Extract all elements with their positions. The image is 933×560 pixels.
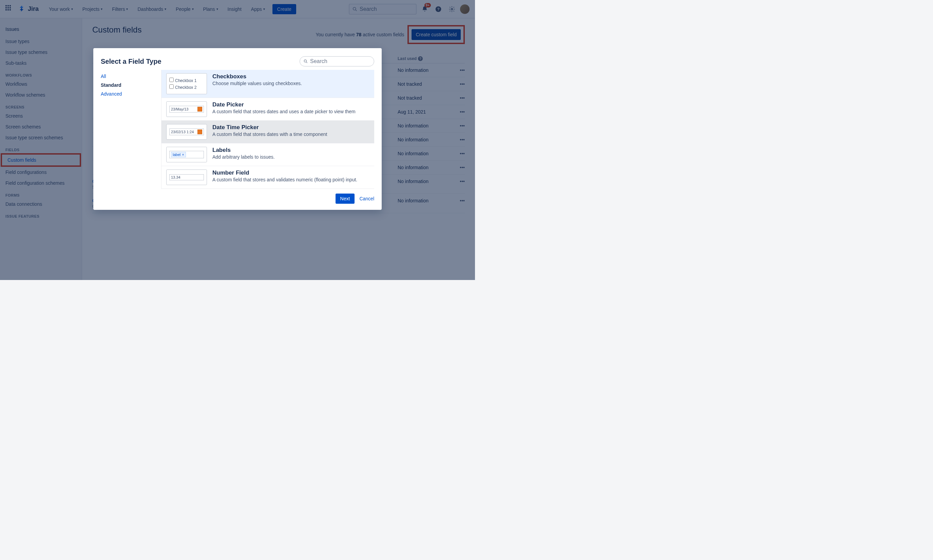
- svg-line-6: [306, 62, 307, 63]
- field-type-name: Date Picker: [212, 102, 356, 108]
- checkbox-icon: [169, 85, 174, 89]
- cancel-button[interactable]: Cancel: [359, 194, 374, 204]
- search-icon: [303, 59, 308, 64]
- tab-standard[interactable]: Standard: [101, 81, 155, 89]
- field-type-list: Checkbox 1Checkbox 2CheckboxesChoose mul…: [161, 70, 374, 189]
- field-type-option[interactable]: 13.34Number FieldA custom field that sto…: [162, 166, 374, 189]
- field-type-preview: Checkbox 1Checkbox 2: [166, 73, 207, 94]
- field-type-preview: 23/May/13: [166, 102, 207, 117]
- tab-advanced[interactable]: Advanced: [101, 89, 155, 98]
- field-type-option[interactable]: 23/02/13 1:24Date Time PickerA custom fi…: [162, 121, 374, 143]
- svg-point-5: [304, 60, 306, 62]
- field-type-desc: A custom field that stores and validates…: [212, 177, 357, 182]
- field-type-desc: Add arbitrary labels to issues.: [212, 154, 275, 160]
- checkbox-icon: [169, 78, 174, 82]
- field-type-name: Labels: [212, 147, 275, 154]
- modal-tabs: All Standard Advanced: [101, 70, 155, 189]
- modal-title: Select a Field Type: [101, 58, 162, 65]
- field-type-desc: A custom field that stores dates and use…: [212, 109, 356, 114]
- field-type-preview: 23/02/13 1:24: [166, 124, 207, 140]
- field-type-desc: A custom field that stores dates with a …: [212, 132, 327, 137]
- field-type-modal: Select a Field Type Search All Standard …: [93, 48, 382, 210]
- modal-search[interactable]: Search: [299, 56, 374, 66]
- field-type-preview: label ×: [166, 147, 207, 162]
- next-button[interactable]: Next: [336, 194, 355, 204]
- field-type-preview: 13.34: [166, 169, 207, 185]
- field-type-name: Number Field: [212, 169, 357, 176]
- tab-all[interactable]: All: [101, 72, 155, 81]
- field-type-name: Date Time Picker: [212, 124, 327, 131]
- calendar-icon: [197, 129, 202, 134]
- field-type-option[interactable]: Checkbox 1Checkbox 2CheckboxesChoose mul…: [162, 70, 374, 98]
- field-type-option[interactable]: 23/May/13Date PickerA custom field that …: [162, 98, 374, 121]
- field-type-option[interactable]: label ×LabelsAdd arbitrary labels to iss…: [162, 143, 374, 166]
- field-type-desc: Choose multiple values using checkboxes.: [212, 81, 302, 86]
- calendar-icon: [197, 107, 202, 112]
- field-type-name: Checkboxes: [212, 73, 302, 80]
